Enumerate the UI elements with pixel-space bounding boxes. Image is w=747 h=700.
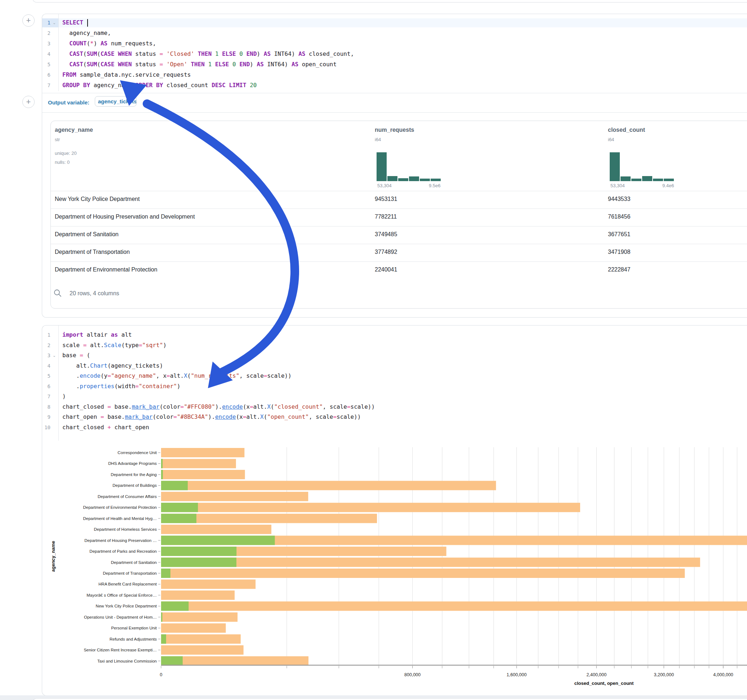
line-number: 4 <box>41 362 50 370</box>
code-line[interactable]: chart_open = base.mark_bar(color="#8BC34… <box>62 413 361 421</box>
code-line[interactable]: chart_closed = base.mark_bar(color="#FFC… <box>62 403 375 411</box>
svg-text:Operations Unit - Department o: Operations Unit - Department of Hom… <box>84 615 157 619</box>
line-number: 5 <box>41 372 50 380</box>
text-cursor <box>87 19 88 27</box>
code-line[interactable]: scale = alt.Scale(type="sqrt") <box>62 341 166 350</box>
notebook-page: + + 1⌄234567 SELECT agency_name, COUNT(*… <box>0 0 747 700</box>
histogram-bar <box>642 176 652 181</box>
histogram-bar <box>653 179 663 181</box>
column-header-closed-count[interactable]: closed_count <box>608 127 645 133</box>
add-cell-button-output[interactable]: + <box>22 96 35 108</box>
code-line[interactable]: .properties(width="container") <box>62 382 180 391</box>
next-cell-top-border <box>32 698 747 700</box>
svg-text:Department of Parks and Recrea: Department of Parks and Recreation <box>89 549 157 554</box>
svg-text:3,200,000: 3,200,000 <box>654 672 674 677</box>
code-line[interactable]: import altair as alt <box>62 330 132 339</box>
code-line[interactable]: alt.Chart(agency_tickets) <box>62 362 163 370</box>
svg-text:Mayorâ€ s Office of Special En: Mayorâ€ s Office of Special Enforce… <box>86 593 157 597</box>
table-row: Department of Environmental Protection22… <box>51 261 747 279</box>
line-number: 4 <box>41 50 50 58</box>
table-row: Department of Sanitation37494853677651 <box>51 226 747 244</box>
cell-num-requests: 9453131 <box>375 196 397 202</box>
line-number: 5 <box>41 60 50 68</box>
fold-chevron-icon[interactable]: ⌄ <box>53 21 56 25</box>
line-number: 6 <box>41 382 50 390</box>
histogram-bar <box>377 152 387 181</box>
cell-agency-name: Department of Housing Preservation and D… <box>55 214 195 220</box>
code-line[interactable]: FROM sample_data.nyc.service_requests <box>62 71 191 79</box>
histogram-min-label-num: 53,304 <box>377 183 392 188</box>
table-row: New York City Police Department945313194… <box>51 191 747 209</box>
svg-text:DHS Advantage Programs: DHS Advantage Programs <box>108 461 157 466</box>
column-header-agency-name[interactable]: agency_name <box>55 127 93 133</box>
code-line[interactable]: chart_closed + chart_open <box>62 423 149 432</box>
svg-text:Department of Environmental Pr: Department of Environmental Protection <box>83 505 157 510</box>
cell-closed-count: 3677651 <box>608 231 630 238</box>
sql-gutter-separator <box>58 14 59 91</box>
column-header-num-requests[interactable]: num_requests <box>375 127 414 133</box>
code-line[interactable]: CAST(SUM(CASE WHEN status = 'Open' THEN … <box>62 60 337 69</box>
code-line[interactable]: GROUP BY agency_name ORDER BY closed_cou… <box>62 81 257 90</box>
svg-text:Senior Citizen Rent Increase E: Senior Citizen Rent Increase Exempti… <box>83 648 157 652</box>
code-line[interactable]: .encode(y="agency_name", x=alt.X("num_re… <box>62 372 292 380</box>
line-number: 9 <box>41 413 50 421</box>
cell-closed-count: 7618456 <box>608 214 630 220</box>
column-type-closed-count: i64 <box>608 137 614 142</box>
svg-text:New York City Police Departmen: New York City Police Department <box>96 604 157 608</box>
histogram-max-label-closed: 9.4e6 <box>662 183 674 188</box>
sql-active-line-highlight <box>59 18 747 27</box>
svg-text:4,000,000: 4,000,000 <box>713 672 733 677</box>
cell-num-requests: 2240041 <box>375 267 397 273</box>
output-row-bottom-border <box>42 112 747 113</box>
code-line[interactable]: ) <box>62 392 66 401</box>
histogram-bar <box>409 177 419 181</box>
line-number: 1 <box>41 19 50 27</box>
svg-text:Department of Health and Menta: Department of Health and Mental Hyg… <box>83 516 157 520</box>
svg-text:800,000: 800,000 <box>404 672 420 677</box>
code-line[interactable]: COUNT(*) AS num_requests, <box>62 39 156 48</box>
svg-text:1,600,000: 1,600,000 <box>507 672 527 677</box>
cell-num-requests: 7782211 <box>375 214 397 220</box>
svg-text:Department of Buildings: Department of Buildings <box>112 483 157 487</box>
fold-chevron-icon[interactable]: ⌄ <box>53 353 56 358</box>
code-line[interactable]: SELECT <box>62 18 83 27</box>
add-cell-button-top[interactable]: + <box>22 14 35 27</box>
code-line[interactable]: CAST(SUM(CASE WHEN status = 'Closed' THE… <box>62 50 354 58</box>
cell-agency-name: Department of Sanitation <box>55 231 119 238</box>
line-number: 1 <box>41 331 50 339</box>
histogram-bar <box>664 179 674 181</box>
column-meta-nulls: nulls: 0 <box>55 160 70 165</box>
svg-text:Correspondence Unit: Correspondence Unit <box>118 451 157 455</box>
python-gutter-separator <box>58 326 59 441</box>
histogram-bar <box>387 176 398 181</box>
svg-text:Department for the Aging: Department for the Aging <box>110 472 157 477</box>
line-number: 6 <box>41 71 50 79</box>
search-icon[interactable] <box>53 289 62 297</box>
histogram-bar <box>610 152 620 181</box>
cell-agency-name: New York City Police Department <box>55 196 140 202</box>
table-row-count: 20 rows, 4 columns <box>70 290 119 297</box>
line-number: 3 <box>41 39 50 48</box>
cell-closed-count: 9443533 <box>608 196 630 202</box>
svg-text:Taxi and Limousine Commission: Taxi and Limousine Commission <box>97 659 157 663</box>
cell-agency-name: Department of Transportation <box>55 249 130 255</box>
histogram-bar <box>398 178 408 181</box>
cell-num-requests: 3749485 <box>375 231 397 238</box>
svg-text:agency_name: agency_name <box>50 541 56 572</box>
code-line[interactable]: agency_name, <box>62 29 111 38</box>
histogram-closed-count <box>610 149 674 181</box>
output-variable-pill[interactable]: agency_tickets <box>95 96 136 107</box>
cell-agency-name: Department of Environmental Protection <box>55 267 157 273</box>
svg-text:Department of Consumer Affairs: Department of Consumer Affairs <box>98 494 157 499</box>
code-line[interactable]: base = ( <box>62 351 90 360</box>
output-row-top-border <box>42 93 747 93</box>
svg-text:closed_count, open_count: closed_count, open_count <box>575 680 634 686</box>
histogram-max-label-num: 9.5e6 <box>429 183 441 188</box>
cell-closed-count: 3471908 <box>608 249 630 255</box>
svg-text:0: 0 <box>160 672 163 677</box>
cell-num-requests: 3774892 <box>375 249 397 255</box>
line-number: 2 <box>41 341 50 349</box>
histogram-bar <box>431 179 441 181</box>
line-number: 7 <box>41 81 50 89</box>
bar-chart: Correspondence UnitDHS Advantage Program… <box>0 445 747 700</box>
